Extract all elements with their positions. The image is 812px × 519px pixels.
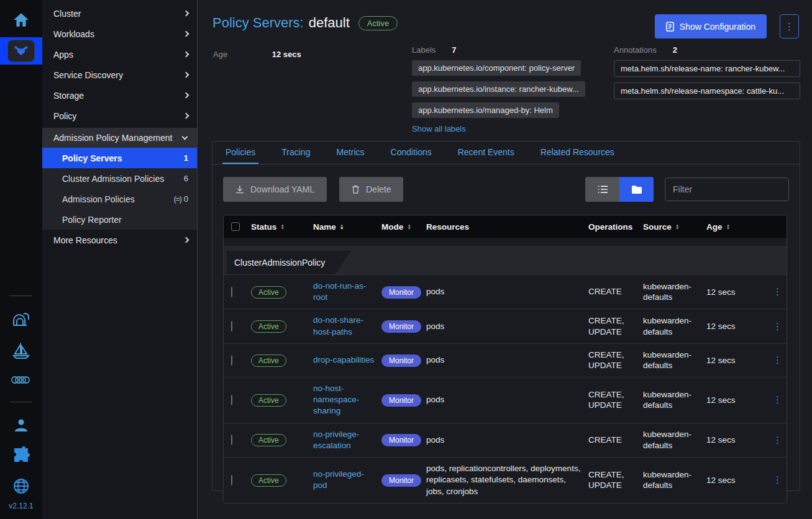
table-row[interactable]: Active do-not-run-as-root Monitor pods C… <box>224 274 787 309</box>
policy-name-link[interactable]: do-not-share-host-paths <box>313 315 363 336</box>
sidebar-item-policy-servers[interactable]: Policy Servers 1 <box>42 148 197 168</box>
chevron-right-icon <box>183 72 189 78</box>
row-operations: CREATE, UPDATE <box>586 389 641 411</box>
row-checkbox[interactable] <box>231 321 232 332</box>
row-operations: CREATE, UPDATE <box>586 315 641 337</box>
document-icon <box>666 22 674 32</box>
cluster-sailboat-icon[interactable] <box>12 341 30 360</box>
row-status-badge: Active <box>251 286 286 299</box>
tab-recent-events[interactable]: Recent Events <box>455 142 518 164</box>
label-tag: app.kubernetes.io/instance: rancher-kube… <box>412 81 585 97</box>
column-header-name[interactable]: Name▲▼ <box>311 222 379 232</box>
column-header-source[interactable]: Source▲▼ <box>641 222 704 232</box>
sidebar-item-workloads[interactable]: Workloads <box>42 24 197 44</box>
grouped-view-button[interactable] <box>619 177 654 202</box>
table-toolbar: Download YAML Delete <box>223 177 789 202</box>
rail-divider-bottom <box>10 402 32 402</box>
mode-badge: Monitor <box>381 474 421 487</box>
row-kebab-menu[interactable]: ⋮ <box>769 394 787 405</box>
policy-name-link[interactable]: no-privilege-escalation <box>313 430 359 450</box>
row-checkbox[interactable] <box>231 395 232 405</box>
row-checkbox[interactable] <box>231 435 232 445</box>
detail-tab-panel: Policies Tracing Metrics Conditions Rece… <box>212 141 800 491</box>
left-rail: v2.12.1 <box>0 0 42 519</box>
sidebar-group-admission-policy-management[interactable]: Admission Policy Management <box>42 128 197 148</box>
row-status-badge: Active <box>251 320 286 333</box>
sidebar-item-storage[interactable]: Storage <box>42 85 197 106</box>
table-row[interactable]: Active no-host-namespace-sharing Monitor… <box>224 377 787 423</box>
policy-name-link[interactable]: drop-capabilities <box>313 355 374 364</box>
policy-name-link[interactable]: do-not-run-as-root <box>313 281 367 302</box>
policy-name-link[interactable]: no-privileged-pod <box>313 469 364 490</box>
home-icon[interactable] <box>13 12 29 27</box>
group-row: ClusterAdmissionPolicy <box>224 246 787 274</box>
column-header-age[interactable]: Age▲▼ <box>704 222 769 232</box>
row-kebab-menu[interactable]: ⋮ <box>769 435 787 446</box>
active-product-strip <box>0 37 42 65</box>
extensions-puzzle-icon[interactable] <box>12 446 30 464</box>
sort-icon: ▲▼ <box>340 223 344 230</box>
row-kebab-menu[interactable]: ⋮ <box>769 321 787 332</box>
chevron-right-icon <box>183 52 189 58</box>
row-age: 12 secs <box>704 476 769 485</box>
tab-policies[interactable]: Policies <box>222 142 258 164</box>
annotations-count: 2 <box>673 45 677 55</box>
table-row[interactable]: Active no-privileged-pod Monitor pods, r… <box>224 457 787 503</box>
header-kebab-menu-button[interactable]: ⋮ <box>780 14 799 38</box>
sidebar-item-apps[interactable]: Apps <box>42 44 197 65</box>
row-checkbox[interactable] <box>231 355 232 366</box>
labels-count: 7 <box>452 45 456 55</box>
status-badge: Active <box>358 16 398 30</box>
age-section: Age 12 secs <box>213 50 301 59</box>
row-checkbox[interactable] <box>231 287 232 297</box>
show-configuration-button[interactable]: Show Configuration <box>655 14 767 38</box>
row-kebab-menu[interactable]: ⋮ <box>769 354 787 366</box>
globe-icon[interactable] <box>12 477 30 495</box>
tab-bar: Policies Tracing Metrics Conditions Rece… <box>212 142 800 165</box>
tab-related-resources[interactable]: Related Resources <box>537 142 618 164</box>
sidebar-item-service-discovery[interactable]: Service Discovery <box>42 65 197 85</box>
table-gap-row <box>224 238 787 246</box>
kubewarden-app-button[interactable] <box>7 40 35 62</box>
mode-badge: Monitor <box>381 434 421 446</box>
label-tag: app.kubernetes.io/managed-by: Helm <box>412 102 559 118</box>
column-header-mode[interactable]: Mode▲▼ <box>379 222 424 232</box>
sidebar-item-policy-reporter[interactable]: Policy Reporter <box>42 209 197 230</box>
row-status-badge: Active <box>251 474 286 487</box>
sidebar-item-cluster[interactable]: Cluster <box>42 3 197 24</box>
column-header-status[interactable]: Status▲▼ <box>249 222 311 232</box>
cluster-fleet-icon[interactable] <box>11 374 31 386</box>
row-resources: pods <box>424 354 586 366</box>
cluster-harvester-icon[interactable] <box>12 312 30 328</box>
column-header-resources[interactable]: Resources <box>424 222 586 232</box>
sidebar-item-cluster-admission-policies[interactable]: Cluster Admission Policies 6 <box>42 168 197 189</box>
row-resources: pods, replicationcontrollers, deployment… <box>424 463 586 497</box>
show-all-labels-link[interactable]: Show all labels <box>412 124 466 133</box>
table-row[interactable]: Active no-privilege-escalation Monitor p… <box>224 423 787 457</box>
label-tag: app.kubernetes.io/component: policy-serv… <box>412 60 581 76</box>
annotations-section: Annotations2 meta.helm.sh/release-name: … <box>614 45 800 99</box>
trash-icon <box>352 185 360 194</box>
select-all-checkbox[interactable] <box>231 222 240 231</box>
row-kebab-menu[interactable]: ⋮ <box>769 286 787 297</box>
mode-badge: Monitor <box>381 354 421 367</box>
delete-button[interactable]: Delete <box>339 177 403 202</box>
sidebar-item-policy[interactable]: Policy <box>42 106 197 126</box>
sidebar-item-admission-policies[interactable]: Admission Policies (=)0 <box>42 189 197 209</box>
policy-name-link[interactable]: no-host-namespace-sharing <box>313 384 359 415</box>
download-yaml-button[interactable]: Download YAML <box>223 177 327 202</box>
row-kebab-menu[interactable]: ⋮ <box>769 474 787 485</box>
tab-conditions[interactable]: Conditions <box>388 142 435 164</box>
filter-input[interactable] <box>665 178 789 201</box>
table-row[interactable]: Active drop-capabilities Monitor pods CR… <box>224 343 787 377</box>
column-header-operations[interactable]: Operations <box>586 222 641 232</box>
table-row[interactable]: Active do-not-share-host-paths Monitor p… <box>224 309 787 343</box>
row-resources: pods <box>424 286 586 297</box>
user-icon[interactable] <box>13 418 29 433</box>
labels-section: Labels7 app.kubernetes.io/component: pol… <box>412 45 585 133</box>
sidebar-item-more-resources[interactable]: More Resources <box>42 230 197 250</box>
row-checkbox[interactable] <box>231 475 232 485</box>
tab-tracing[interactable]: Tracing <box>278 142 313 164</box>
list-view-button[interactable] <box>585 177 619 202</box>
tab-metrics[interactable]: Metrics <box>333 142 367 164</box>
